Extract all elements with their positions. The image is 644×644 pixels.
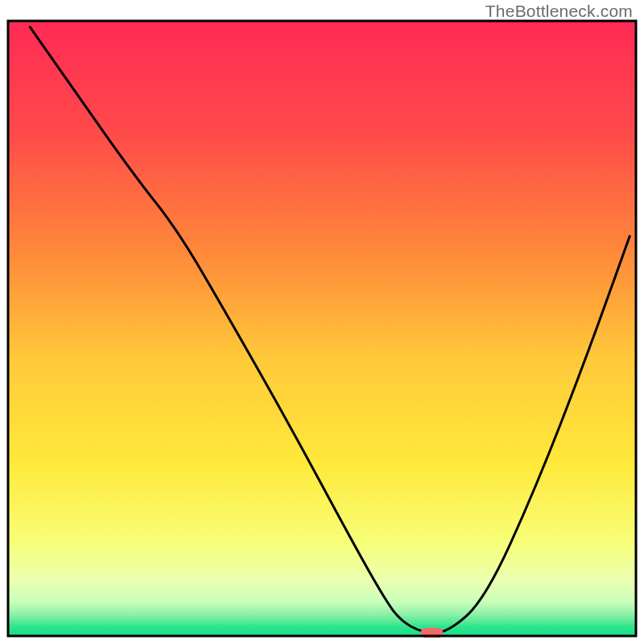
bottleneck-chart: TheBottleneck.com xyxy=(0,0,644,644)
gradient-background xyxy=(8,21,636,636)
watermark-text: TheBottleneck.com xyxy=(485,2,633,21)
chart-svg xyxy=(0,0,644,644)
